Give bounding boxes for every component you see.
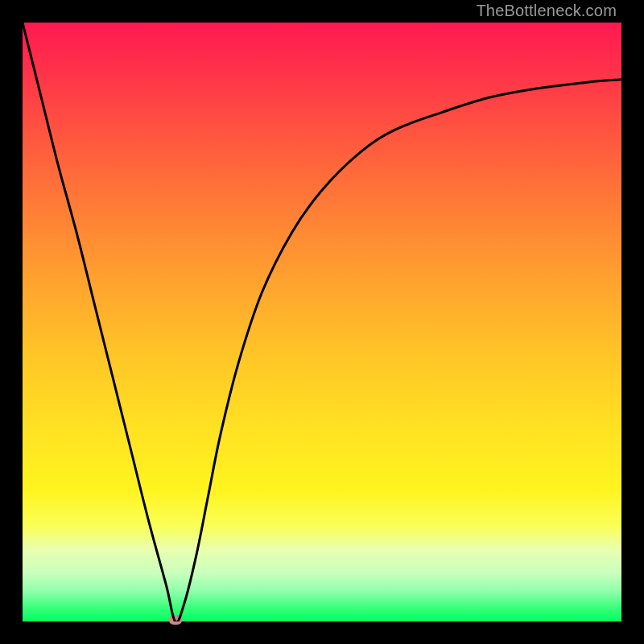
- bottleneck-curve: [23, 23, 621, 621]
- watermark-text: TheBottleneck.com: [476, 2, 617, 20]
